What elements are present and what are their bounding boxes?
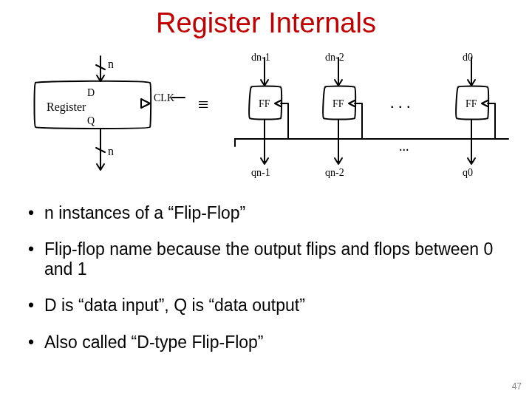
port-d: D bbox=[87, 87, 95, 98]
bullet-item: n instances of a “Flip-Flop” bbox=[28, 203, 504, 223]
ff-out-1: qn-2 bbox=[325, 167, 344, 178]
slide-title: Register Internals bbox=[0, 7, 532, 39]
clk-label: CLK bbox=[154, 92, 174, 103]
ellipsis-top: . . . bbox=[390, 93, 411, 112]
port-q: Q bbox=[87, 115, 95, 126]
ff-label-1: FF bbox=[332, 98, 344, 109]
ff-out-0: qn-1 bbox=[251, 167, 270, 178]
ff-in-2: d0 bbox=[463, 52, 473, 63]
bus-width-top: n bbox=[108, 58, 114, 70]
bus-width-bottom: n bbox=[108, 145, 114, 157]
ff-label-2: FF bbox=[466, 98, 477, 109]
ff-out-2: q0 bbox=[463, 167, 473, 178]
ff-in-1: dn-2 bbox=[325, 52, 344, 63]
ff-label-0: FF bbox=[259, 98, 270, 109]
page-number: 47 bbox=[512, 381, 522, 392]
equiv-sign: ≡ bbox=[198, 94, 209, 115]
bullet-item: Flip-flop name because the output flips … bbox=[28, 239, 504, 279]
bullet-list: n instances of a “Flip-Flop” Flip-flop n… bbox=[28, 203, 504, 369]
register-internals-diagram: n D Register Q CLK n ≡ dn- bbox=[13, 52, 519, 192]
bullet-item: D is “data input”, Q is “data output” bbox=[28, 296, 504, 316]
ff-in-0: dn-1 bbox=[251, 52, 270, 63]
register-label: Register bbox=[47, 100, 86, 114]
ellipsis-bottom: ... bbox=[399, 139, 409, 154]
bullet-item: Also called “D-type Flip-Flop” bbox=[28, 332, 504, 352]
